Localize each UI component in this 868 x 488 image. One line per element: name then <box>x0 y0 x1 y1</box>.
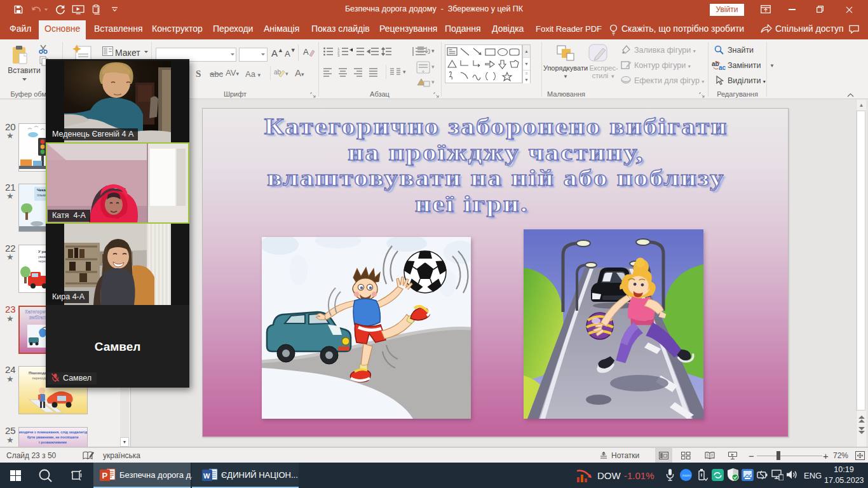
svg-text:3: 3 <box>337 53 340 57</box>
svg-text:P: P <box>102 471 108 480</box>
svg-text:ab: ab <box>712 60 719 67</box>
svg-text:Виходячи з помешкання, слід за: Виходячи з помешкання, слід заздалегідь <box>19 430 87 434</box>
svg-text:і розважливими: і розважливими <box>39 440 67 444</box>
svg-text:A: A <box>303 47 309 57</box>
svg-text:▾: ▾ <box>285 71 288 77</box>
svg-text:бути уважними, не поспішати: бути уважними, не поспішати <box>27 435 79 439</box>
svg-text:ac: ac <box>719 64 726 71</box>
svg-text:W: W <box>203 472 210 480</box>
